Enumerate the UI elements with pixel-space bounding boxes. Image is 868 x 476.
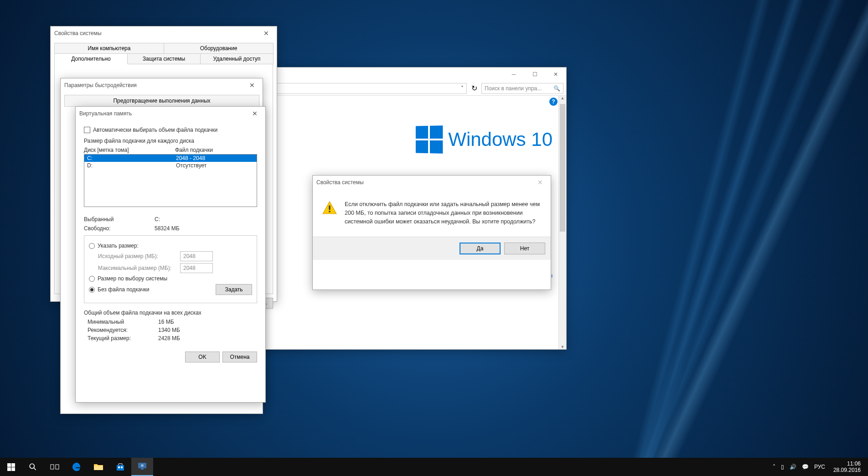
tab-dep[interactable]: Предотвращение выполнения данных (64, 95, 259, 107)
search-button[interactable] (22, 458, 44, 476)
confirmation-dialog: Свойства системы ✕ Если отключить файл п… (312, 175, 551, 290)
cancel-button[interactable]: Отмена (222, 352, 257, 362)
selected-drive: C: (155, 216, 160, 222)
no-pagefile-label: Без файла подкачки (98, 286, 149, 293)
edge-icon (72, 462, 82, 472)
refresh-button[interactable]: ↻ (469, 84, 480, 93)
folder-icon (93, 463, 103, 471)
volume-icon[interactable]: 🔊 (790, 464, 796, 470)
svg-rect-5 (56, 465, 59, 469)
taskbar-app-active[interactable] (131, 458, 153, 476)
custom-size-label: Указать размер: (98, 243, 139, 249)
edge-button[interactable] (66, 458, 88, 476)
action-center-icon[interactable]: 💬 (802, 464, 809, 470)
virtual-memory-dialog: Виртуальная память ✕ Автоматически выбир… (75, 106, 266, 403)
max-size-input[interactable] (180, 263, 213, 273)
svg-rect-8 (121, 466, 123, 468)
svg-rect-0 (329, 206, 330, 210)
windows-logo-text: Windows 10 (448, 129, 553, 150)
system-tray[interactable]: ˄ ▯ 🔊 💬 РУС 11:06 28.09.2016 (768, 460, 868, 474)
close-icon[interactable]: ✕ (245, 82, 259, 89)
ok-button[interactable]: OK (185, 352, 220, 362)
no-pagefile-radio[interactable] (89, 287, 95, 293)
language-indicator[interactable]: РУС (814, 464, 825, 470)
maximize-button[interactable]: ☐ (524, 67, 545, 81)
system-managed-radio[interactable] (89, 276, 95, 282)
min-label: Минимальный (88, 319, 158, 325)
column-drive: Диск [метка тома] (84, 147, 175, 153)
store-button[interactable] (109, 458, 131, 476)
dialog-title: Свойства системы (54, 30, 259, 36)
help-icon[interactable]: ? (549, 98, 558, 106)
close-icon[interactable]: ✕ (533, 179, 547, 186)
monitor-icon (137, 461, 147, 471)
custom-size-radio[interactable] (89, 243, 95, 249)
search-placeholder: Поиск в панели упра... (485, 85, 542, 92)
close-button[interactable]: ✕ (545, 67, 566, 81)
tab-computer-name[interactable]: Имя компьютера (54, 43, 164, 54)
rec-label: Рекомендуется: (88, 327, 158, 333)
drive-list[interactable]: C: 2048 - 2048 D: Отсутствует (84, 154, 257, 207)
windows-logo: Windows 10 (415, 126, 553, 153)
scrollbar[interactable]: ▲ ▼ (558, 96, 566, 349)
svg-rect-1 (329, 211, 330, 212)
scrollbar-thumb[interactable] (560, 104, 565, 232)
tray-chevron-icon[interactable]: ˄ (773, 464, 775, 470)
free-label: Свободно: (84, 225, 155, 232)
free-value: 58324 МБ (155, 225, 180, 232)
svg-rect-7 (118, 466, 120, 468)
taskbar[interactable]: ˄ ▯ 🔊 💬 РУС 11:06 28.09.2016 (0, 458, 868, 476)
store-icon (116, 462, 125, 471)
start-button[interactable] (0, 458, 22, 476)
svg-line-3 (34, 468, 36, 470)
cur-label: Текущий размер: (88, 335, 158, 341)
clock-time: 11:06 (833, 460, 861, 467)
selected-label: Выбранный (84, 216, 155, 222)
min-value: 16 МБ (158, 319, 174, 325)
close-icon[interactable]: ✕ (248, 110, 262, 117)
minimize-button[interactable]: ─ (503, 67, 524, 81)
explorer-button[interactable] (88, 458, 109, 476)
titlebar[interactable]: Свойства системы ✕ (313, 176, 551, 189)
task-view-button[interactable] (44, 458, 66, 476)
drive-pagefile: 2048 - 2048 (176, 155, 254, 161)
drive-row[interactable]: D: Отсутствует (84, 162, 257, 169)
yes-button[interactable]: Да (460, 243, 501, 254)
svg-rect-10 (141, 468, 144, 470)
message-text: Если отключить файл подкачки или задать … (345, 200, 542, 226)
search-input[interactable]: Поиск в панели упра... 🔍 (481, 83, 563, 94)
titlebar[interactable]: Свойства системы ✕ (51, 26, 277, 40)
dialog-title: Свойства системы (316, 179, 533, 186)
close-icon[interactable]: ✕ (259, 30, 273, 37)
svg-point-2 (30, 464, 34, 468)
clock[interactable]: 11:06 28.09.2016 (831, 460, 863, 474)
rec-value: 1340 МБ (158, 327, 180, 333)
max-size-label: Максимальный размер (МБ): (98, 265, 176, 271)
tab-hardware[interactable]: Оборудование (164, 43, 274, 54)
drive-row[interactable]: C: 2048 - 2048 (84, 155, 257, 162)
task-view-icon (50, 463, 59, 471)
tab-advanced[interactable]: Дополнительно (54, 53, 128, 64)
cur-value: 2428 МБ (158, 335, 180, 341)
no-button[interactable]: Нет (504, 243, 545, 254)
set-button[interactable]: Задать (216, 284, 252, 295)
selected-drive-frame: ВыбранныйC: Свободно:58324 МБ (84, 211, 257, 232)
size-options-frame: Указать размер: Исходный размер (МБ): Ма… (84, 235, 257, 303)
tab-system-protection[interactable]: Защита системы (127, 53, 201, 64)
dialog-title: Виртуальная память (79, 110, 248, 117)
dropdown-icon[interactable]: ˅ (461, 85, 464, 92)
clock-date: 28.09.2016 (833, 467, 861, 473)
svg-rect-6 (117, 465, 124, 471)
tab-remote[interactable]: Удаленный доступ (200, 53, 274, 64)
column-pagefile: Файл подкачки (175, 147, 257, 153)
titlebar[interactable]: Виртуальная память ✕ (76, 107, 265, 120)
system-managed-label: Размер по выбору системы (98, 275, 167, 282)
search-icon (29, 463, 37, 471)
search-icon[interactable]: 🔍 (553, 85, 560, 92)
titlebar[interactable]: Параметры быстродействия ✕ (61, 78, 263, 92)
network-icon[interactable]: ▯ (781, 464, 784, 470)
initial-size-input[interactable] (180, 251, 213, 261)
auto-manage-checkbox[interactable] (84, 127, 90, 133)
auto-manage-label: Автоматически выбирать объем файла подка… (93, 127, 217, 133)
svg-rect-4 (51, 465, 54, 469)
